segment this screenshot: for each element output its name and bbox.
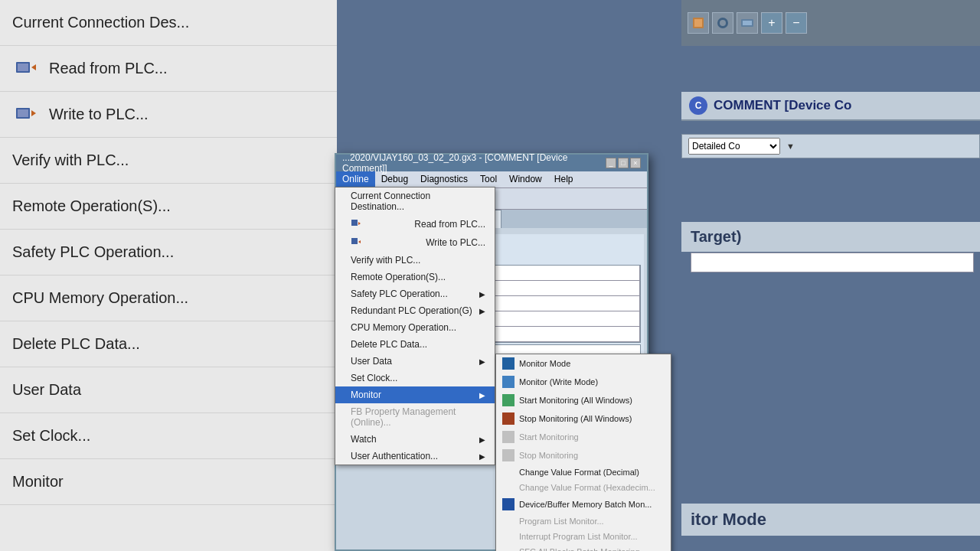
dd-set-clock[interactable]: Set Clock... xyxy=(335,370,495,386)
left-item-label: Write to PLC... xyxy=(49,106,149,123)
sub-change-decimal[interactable]: Change Value Format (Decimal) xyxy=(496,465,671,480)
right-input-box-1[interactable] xyxy=(691,253,974,272)
left-item-label: Current Connection Des... xyxy=(12,14,189,31)
svg-marker-2 xyxy=(31,64,36,70)
maximize-button[interactable]: □ xyxy=(618,158,629,168)
monitor-submenu: Monitor Mode Monitor (Write Mode) Start … xyxy=(495,354,671,551)
dropdown-area: Detailed Co ▼ xyxy=(681,134,980,158)
toolbar-icon-3[interactable] xyxy=(737,12,758,34)
monitor-mode-label: itor Mode xyxy=(691,510,766,529)
dd-write-icon xyxy=(351,236,363,249)
menu-window[interactable]: Window xyxy=(503,171,548,187)
start-mon-icon xyxy=(502,431,514,443)
left-item-set-clock[interactable]: Set Clock... xyxy=(0,413,337,459)
dd-watch[interactable]: Watch ▶ xyxy=(335,431,495,448)
menu-online[interactable]: Online xyxy=(336,171,375,187)
online-dropdown: Current Connection Destination... Read f… xyxy=(335,187,495,465)
sub-program-list[interactable]: Program List Monitor... xyxy=(496,514,671,529)
sub-monitor-write[interactable]: Monitor (Write Mode) xyxy=(496,373,671,391)
menu-tool[interactable]: Tool xyxy=(474,171,503,187)
svg-rect-7 xyxy=(694,19,702,27)
zoom-in-icon[interactable]: + xyxy=(761,12,782,34)
left-item-safety[interactable]: Safety PLC Operation... xyxy=(0,230,337,276)
dd-user-data[interactable]: User Data ▶ xyxy=(335,353,495,370)
zoom-out-icon[interactable]: − xyxy=(786,12,807,34)
left-item-verify[interactable]: Verify with PLC... xyxy=(0,138,337,184)
stop-all-icon xyxy=(502,412,514,425)
dd-cpu-memory[interactable]: CPU Memory Operation... xyxy=(335,319,495,336)
dd-read-icon xyxy=(351,218,363,230)
sub-sfc-all-blocks[interactable]: SFC All Blocks Batch Monitoring xyxy=(496,544,671,551)
toolbar-icon-1[interactable] xyxy=(688,12,709,34)
left-item-label: Read from PLC... xyxy=(49,60,168,77)
monitor-mode-icon xyxy=(502,357,514,370)
left-item-label: Monitor xyxy=(12,473,64,491)
dropdown-select[interactable]: Detailed Co xyxy=(688,138,780,155)
dd-monitor[interactable]: Monitor ▶ xyxy=(335,386,495,403)
sub-device-buffer[interactable]: Device/Buffer Memory Batch Mon... xyxy=(496,495,671,514)
svg-marker-5 xyxy=(31,110,36,116)
dd-delete-plc[interactable]: Delete PLC Data... xyxy=(335,336,495,353)
left-item-user-data[interactable]: User Data xyxy=(0,367,337,413)
monitor-write-icon xyxy=(502,376,514,388)
comment-icon: C xyxy=(689,96,707,115)
left-item-label: CPU Memory Operation... xyxy=(12,289,188,307)
left-item-remote[interactable]: Remote Operation(S)... xyxy=(0,184,337,230)
left-item-label: User Data xyxy=(12,381,81,399)
sub-start-all[interactable]: Start Monitoring (All Windows) xyxy=(496,391,671,409)
menu-diagnostics[interactable]: Diagnostics xyxy=(414,171,474,187)
target-label-area: Target) xyxy=(681,222,980,252)
svg-marker-17 xyxy=(358,222,361,225)
left-item-current-connection[interactable]: Current Connection Des... xyxy=(0,0,337,46)
sub-monitor-mode[interactable]: Monitor Mode xyxy=(496,354,671,373)
sub-stop-monitoring[interactable]: Stop Monitoring xyxy=(496,446,671,465)
left-item-delete-plc[interactable]: Delete PLC Data... xyxy=(0,321,337,367)
device-buffer-icon xyxy=(502,498,514,510)
sub-stop-all[interactable]: Stop Monitoring (All Windows) xyxy=(496,409,671,428)
left-item-label: Set Clock... xyxy=(12,427,90,445)
dd-redundant-plc[interactable]: Redundant PLC Operation(G) ▶ xyxy=(335,302,495,319)
left-item-write-plc[interactable]: Write to PLC... xyxy=(0,92,337,138)
dd-remote-op[interactable]: Remote Operation(S)... xyxy=(335,269,495,285)
svg-rect-18 xyxy=(351,238,358,244)
sub-start-monitoring[interactable]: Start Monitoring xyxy=(496,428,671,446)
close-button[interactable]: × xyxy=(630,158,641,168)
dd-read-plc[interactable]: Read from PLC... xyxy=(335,215,495,233)
top-toolbar: + − xyxy=(681,0,980,46)
left-item-label: Remote Operation(S)... xyxy=(12,197,171,215)
monitor-mode-label-area: itor Mode xyxy=(681,504,980,536)
dd-safety-plc[interactable]: Safety PLC Operation... ▶ xyxy=(335,285,495,302)
minimize-button[interactable]: _ xyxy=(606,158,616,168)
left-panel: Current Connection Des... Read from PLC.… xyxy=(0,0,337,551)
svg-rect-4 xyxy=(18,109,28,117)
stop-mon-icon xyxy=(502,449,514,461)
svg-point-9 xyxy=(720,20,726,26)
left-item-label: Delete PLC Data... xyxy=(12,335,140,353)
svg-rect-11 xyxy=(743,21,752,25)
menu-debug[interactable]: Debug xyxy=(375,171,414,187)
window-titlebar: ...2020/VIJAY160_03_02_20.gx3 - [COMMENT… xyxy=(336,155,647,171)
dd-current-connection[interactable]: Current Connection Destination... xyxy=(335,187,495,215)
sub-interrupt-program[interactable]: Interrupt Program List Monitor... xyxy=(496,529,671,544)
left-item-cpu-memory[interactable]: CPU Memory Operation... xyxy=(0,276,337,321)
dd-fb-property[interactable]: FB Property Management (Online)... xyxy=(335,403,495,431)
left-item-read-plc[interactable]: Read from PLC... xyxy=(0,46,337,92)
toolbar-icon-2[interactable] xyxy=(712,12,733,34)
menu-help[interactable]: Help xyxy=(548,171,580,187)
start-all-icon xyxy=(502,394,514,406)
dd-verify-plc[interactable]: Verify with PLC... xyxy=(335,252,495,269)
dropdown-label: ▼ xyxy=(786,142,795,151)
window-title: ...2020/VIJAY160_03_02_20.gx3 - [COMMENT… xyxy=(342,152,606,174)
sub-change-hex[interactable]: Change Value Format (Hexadecim... xyxy=(496,480,671,495)
svg-marker-19 xyxy=(358,240,361,243)
left-item-label: Verify with PLC... xyxy=(12,152,129,169)
write-plc-icon xyxy=(12,101,40,129)
svg-rect-1 xyxy=(18,64,28,71)
comment-title-right: COMMENT [Device Co xyxy=(714,98,851,113)
dd-user-authentication[interactable]: User Authentication... ▶ xyxy=(335,448,495,465)
comment-header: C COMMENT [Device Co xyxy=(681,92,980,121)
dd-write-plc[interactable]: Write to PLC... xyxy=(335,233,495,252)
left-item-monitor[interactable]: Monitor xyxy=(0,459,337,505)
left-item-label: Safety PLC Operation... xyxy=(12,243,174,261)
read-plc-icon xyxy=(12,55,40,83)
